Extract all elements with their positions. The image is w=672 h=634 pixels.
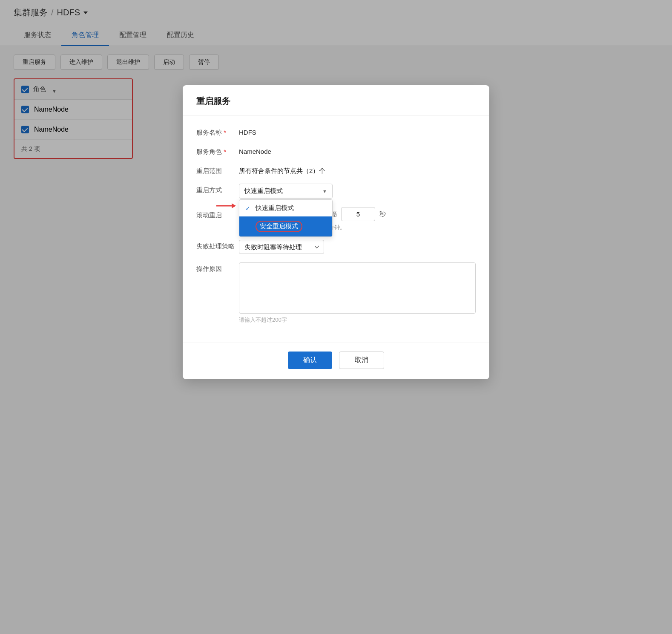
failure-strategy-row: 失败处理策略 失败时阻塞等待处理 xyxy=(196,240,476,254)
confirm-button[interactable]: 确认 xyxy=(288,352,332,369)
rolling-restart-label: 滚动重启 xyxy=(196,209,239,219)
restart-mode-option-fast[interactable]: ✓ 快速重启模式 xyxy=(239,200,332,216)
restart-mode-selected: 快速重启模式 xyxy=(244,187,283,195)
restart-mode-row: 重启方式 快速重启模式 ▼ ✓ 快速重启模式 安全重启模式 xyxy=(196,184,476,199)
rolling-restart-interval-input[interactable] xyxy=(341,207,375,221)
service-name-row: 服务名称 HDFS xyxy=(196,126,476,137)
dropdown-arrow-icon: ▼ xyxy=(322,189,327,194)
restart-mode-fast-label: 快速重启模式 xyxy=(256,204,294,212)
restart-scope-row: 重启范围 所有符合条件的节点共（2）个 xyxy=(196,164,476,175)
restart-mode-dropdown-trigger[interactable]: 快速重启模式 ▼ xyxy=(239,184,333,199)
textarea-hint: 请输入不超过200字 xyxy=(239,316,287,324)
service-role-row: 服务角色 NameNode xyxy=(196,145,476,156)
restart-mode-label: 重启方式 xyxy=(196,184,239,194)
operation-reason-textarea[interactable] xyxy=(239,262,476,314)
restart-mode-safe-label: 安全重启模式 xyxy=(256,221,302,232)
modal-body: 服务名称 HDFS 服务角色 NameNode 重启范围 所有符合条件的节点共（… xyxy=(183,116,489,343)
rolling-restart-unit2-label: 秒 xyxy=(379,210,386,218)
restart-mode-dropdown-wrapper: 快速重启模式 ▼ ✓ 快速重启模式 安全重启模式 xyxy=(239,184,333,199)
cancel-button[interactable]: 取消 xyxy=(339,352,384,369)
service-name-value: HDFS xyxy=(239,126,256,136)
modal-title: 重启服务 xyxy=(196,95,476,107)
service-name-label: 服务名称 xyxy=(196,126,239,137)
failure-strategy-select[interactable]: 失败时阻塞等待处理 xyxy=(239,240,324,254)
restart-service-modal: 重启服务 服务名称 HDFS 服务角色 NameNode 重启范围 所有符合条件… xyxy=(183,85,489,379)
service-role-value: NameNode xyxy=(239,145,271,155)
modal-header: 重启服务 xyxy=(183,85,489,116)
restart-mode-option-safe[interactable]: 安全重启模式 xyxy=(239,216,332,236)
check-mark-icon: ✓ xyxy=(245,205,252,212)
restart-scope-value: 所有符合条件的节点共（2）个 xyxy=(239,164,325,175)
failure-strategy-label: 失败处理策略 xyxy=(196,240,239,251)
modal-footer: 确认 取消 xyxy=(183,343,489,379)
rolling-restart-row: 滚动重启 每次重启 台，间隔 秒 最大重启台数为 1 台，最大间隔为 5 分钟。 xyxy=(196,207,476,231)
operation-reason-row: 操作原因 请输入不超过200字 xyxy=(196,262,476,324)
service-role-label: 服务角色 xyxy=(196,145,239,156)
restart-mode-dropdown-menu: ✓ 快速重启模式 安全重启模式 xyxy=(239,199,333,237)
main-page: 集群服务 / HDFS 服务状态 角色管理 配置管理 配置历史 重启服务 进入维… xyxy=(0,0,672,634)
restart-scope-label: 重启范围 xyxy=(196,164,239,175)
operation-reason-label: 操作原因 xyxy=(196,262,239,314)
